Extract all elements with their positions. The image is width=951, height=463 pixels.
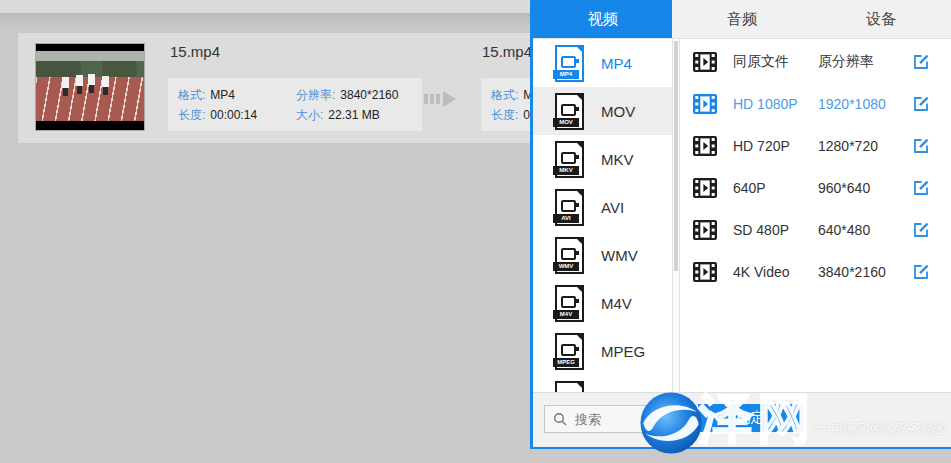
edit-icon[interactable] — [912, 53, 930, 71]
filmstrip-icon — [693, 178, 717, 198]
filmstrip-icon — [693, 52, 717, 72]
avi-file-icon: AVI — [555, 189, 584, 226]
quality-list: 同原文件 原分辨率 HD 1080P 1920*1080 HD 720P 128… — [680, 39, 951, 392]
popup-footer: 确定 — [533, 392, 951, 447]
partial-file-icon — [555, 381, 584, 393]
video-thumbnail[interactable] — [35, 43, 145, 131]
edit-icon[interactable] — [912, 137, 930, 155]
filmstrip-icon — [693, 262, 717, 282]
video-frame — [36, 51, 144, 121]
quality-item-hd1080p[interactable]: HD 1080P 1920*1080 — [680, 83, 951, 125]
quality-item-640p[interactable]: 640P 960*640 — [680, 167, 951, 209]
edit-icon[interactable] — [912, 179, 930, 197]
mkv-file-icon: MKV — [555, 141, 584, 178]
mp4-file-icon: MP4 — [555, 45, 584, 82]
search-input[interactable] — [573, 411, 657, 428]
edit-icon[interactable] — [912, 263, 930, 281]
m4v-file-icon: M4V — [555, 285, 584, 322]
format-item-m4v[interactable]: M4V M4V — [533, 279, 672, 327]
format-item-partial[interactable] — [533, 375, 672, 392]
wmv-file-icon: WMV — [555, 237, 584, 274]
format-item-avi[interactable]: AVI AVI — [533, 183, 672, 231]
filmstrip-icon — [693, 220, 717, 240]
filmstrip-icon — [693, 136, 717, 156]
format-search[interactable] — [544, 405, 674, 433]
edit-icon[interactable] — [912, 221, 930, 239]
scrollbar-thumb[interactable] — [674, 41, 678, 271]
tab-device[interactable]: 设备 — [812, 0, 951, 38]
quality-item-sd480p[interactable]: SD 480P 640*480 — [680, 209, 951, 251]
format-item-mkv[interactable]: MKV MKV — [533, 135, 672, 183]
format-item-mov[interactable]: MOV MOV — [533, 87, 672, 135]
quality-item-original[interactable]: 同原文件 原分辨率 — [680, 41, 951, 83]
quality-item-hd720p[interactable]: HD 720P 1280*720 — [680, 125, 951, 167]
output-format-popup: 视频 音频 设备 MP4 MP4 MOV MOV MKV MKV AVI — [530, 0, 951, 449]
format-item-mpeg[interactable]: MPEG MPEG — [533, 327, 672, 375]
tab-audio[interactable]: 音频 — [672, 0, 811, 38]
popup-tab-bar: 视频 音频 设备 — [533, 0, 951, 39]
format-item-mp4[interactable]: MP4 MP4 — [533, 39, 672, 87]
mov-file-icon: MOV — [555, 93, 584, 130]
source-file-title: 15.mp4 — [170, 43, 220, 60]
search-icon — [553, 412, 567, 426]
source-file-info: 格式:MP4 分辨率:3840*2160 长度:00:00:14 大小:22.3… — [168, 78, 422, 131]
mpeg-file-icon: MPEG — [555, 333, 584, 370]
filmstrip-icon — [693, 94, 717, 114]
confirm-button[interactable]: 确定 — [698, 404, 803, 432]
edit-icon[interactable] — [912, 95, 930, 113]
convert-arrow-icon — [424, 91, 456, 107]
format-list: MP4 MP4 MOV MOV MKV MKV AVI AVI WMV WM — [533, 39, 672, 392]
format-list-scrollbar[interactable] — [672, 39, 680, 392]
output-file-title: 15.mp4 — [482, 43, 532, 60]
tab-video[interactable]: 视频 — [533, 0, 672, 38]
format-item-wmv[interactable]: WMV WMV — [533, 231, 672, 279]
app-window: 15.mp4 格式:MP4 分辨率:3840*2160 长度:00:00:14 … — [0, 0, 951, 463]
quality-item-4k[interactable]: 4K Video 3840*2160 — [680, 251, 951, 293]
